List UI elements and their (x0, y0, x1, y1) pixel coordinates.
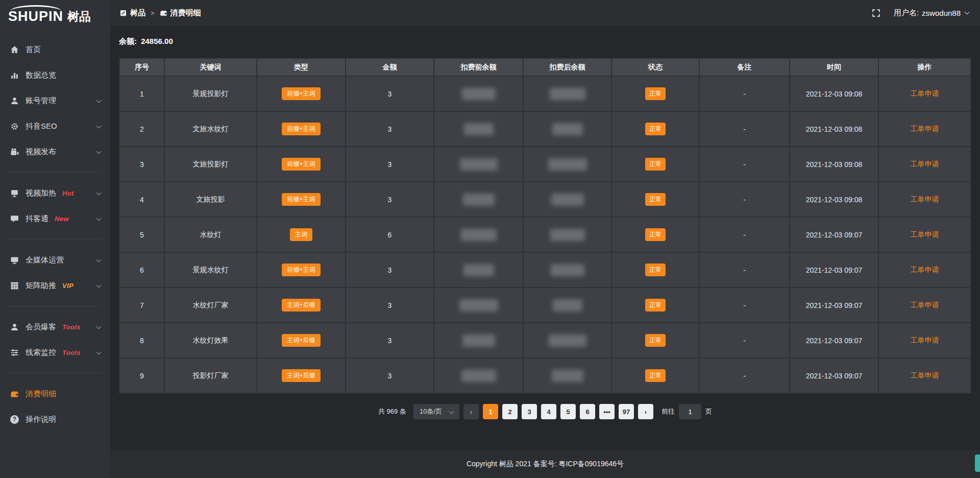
next-page-button[interactable]: › (638, 404, 653, 419)
sidebar-divider (8, 373, 102, 373)
user-menu[interactable]: 用户名: zswodun88 (894, 8, 969, 18)
work-order-link[interactable]: 工单申请 (911, 371, 939, 379)
redacted-balance-before (459, 299, 498, 312)
work-order-link[interactable]: 工单申请 (911, 125, 939, 133)
cell-action: 工单申请 (878, 182, 971, 217)
wallet-icon (160, 9, 167, 17)
chevron-down-icon (96, 124, 102, 129)
sidebar-item-matrix-boost[interactable]: 矩阵助推VIP (0, 273, 110, 298)
cell-amount: 6 (346, 217, 434, 252)
chart-icon (10, 71, 19, 80)
cell-amount: 3 (346, 76, 434, 111)
cell-type: 前缀+主词 (257, 76, 346, 111)
brand-logo[interactable]: SHUPIN 树品 (0, 0, 110, 33)
logo-text-en: SHUPIN (8, 10, 63, 23)
page-size-value: 10条/页 (420, 407, 442, 416)
sidebar-item-douyin-seo[interactable]: 抖音SEO (0, 113, 110, 139)
cell-index: 6 (119, 252, 164, 288)
floating-widget[interactable] (975, 455, 980, 472)
sidebar-item-operation-guide[interactable]: ?操作说明 (0, 407, 110, 432)
sidebar-item-home[interactable]: 首页 (0, 37, 110, 62)
goto-unit: 页 (705, 407, 712, 416)
page-button-1[interactable]: 1 (483, 404, 498, 419)
cell-action: 工单申请 (878, 147, 971, 182)
sidebar-item-account-management[interactable]: 账号管理 (0, 88, 110, 113)
cell-balance-after (523, 111, 611, 147)
table-row: 1景观投影灯前缀+主词3正常-2021-12-03 09:08工单申请 (119, 76, 971, 111)
cell-note: - (699, 76, 790, 111)
type-badge: 前缀+主词 (282, 264, 320, 276)
prev-page-button[interactable]: ‹ (463, 404, 479, 419)
balance-label: 余额: (119, 37, 137, 45)
goto-page-input[interactable] (679, 404, 701, 419)
page-button-5[interactable]: 5 (560, 404, 576, 419)
cell-balance-after (523, 323, 611, 358)
redacted-balance-after (551, 264, 584, 276)
cell-keyword: 文旅投影灯 (164, 147, 257, 182)
sidebar-item-label: 全媒体运营 (26, 255, 64, 265)
cell-balance-after (523, 182, 611, 217)
sidebar-item-label: 抖音SEO (26, 122, 57, 131)
sidebar-item-clue-monitoring[interactable]: 线索监控Tools (0, 340, 110, 365)
goto-label: 前往 (662, 407, 675, 416)
sidebar-divider (8, 306, 102, 306)
column-header-4: 扣费前余额 (434, 58, 523, 76)
cell-status: 正常 (611, 323, 699, 358)
redacted-balance-before (461, 370, 496, 382)
cell-balance-after (523, 217, 611, 252)
cell-time: 2021-12-03 09:07 (790, 252, 878, 288)
type-badge: 主词+后缀 (282, 334, 320, 346)
cell-note: - (699, 323, 790, 358)
sidebar-item-label: 操作说明 (26, 415, 56, 424)
work-order-link[interactable]: 工单申请 (911, 266, 939, 274)
sidebar-item-data-overview[interactable]: 数据总览 (0, 62, 110, 88)
work-order-link[interactable]: 工单申请 (911, 89, 939, 98)
cell-amount: 3 (346, 182, 434, 217)
table-row: 6景观水纹灯前缀+主词3正常-2021-12-03 09:07工单申请 (119, 252, 971, 288)
cell-index: 4 (119, 182, 164, 217)
table-header-row: 序号关键词类型金额扣费前余额扣费后余额状态备注时间操作 (119, 58, 971, 76)
cell-amount: 3 (346, 288, 434, 323)
sidebar-item-video-heating[interactable]: 视频加热Hot (0, 180, 110, 206)
sidebar-item-douketong[interactable]: 抖客通New (0, 206, 110, 231)
breadcrumb-shupin[interactable]: 树品 (130, 8, 145, 18)
sidebar-item-all-media-operation[interactable]: 全媒体运营 (0, 247, 110, 273)
page-size-select[interactable]: 10条/页 (413, 404, 459, 419)
cell-balance-before (434, 111, 523, 147)
cell-status: 正常 (611, 76, 699, 111)
sidebar-item-member-baoke[interactable]: 会员爆客Tools (0, 314, 110, 340)
page-ellipsis-button[interactable]: ••• (599, 404, 615, 419)
cell-amount: 3 (346, 323, 434, 358)
cell-keyword: 景观水纹灯 (164, 252, 257, 288)
work-order-link[interactable]: 工单申请 (911, 301, 939, 309)
cell-amount: 3 (346, 358, 434, 393)
page-button-4[interactable]: 4 (541, 404, 556, 419)
work-order-link[interactable]: 工单申请 (911, 336, 939, 344)
cell-action: 工单申请 (878, 288, 971, 323)
page-button-2[interactable]: 2 (502, 404, 518, 419)
status-badge: 正常 (645, 264, 666, 276)
cell-amount: 3 (346, 252, 434, 288)
fullscreen-icon[interactable] (872, 9, 880, 17)
sidebar-item-consumption-detail[interactable]: 消费明细 (0, 381, 110, 407)
cell-action: 工单申请 (878, 217, 971, 252)
redacted-balance-before (461, 229, 497, 241)
cell-time: 2021-12-03 09:07 (790, 358, 878, 393)
status-badge: 正常 (645, 299, 666, 311)
cell-balance-before (434, 182, 523, 217)
breadcrumb-consumption-detail[interactable]: 消费明细 (170, 8, 201, 18)
status-badge: 正常 (645, 193, 666, 205)
work-order-link[interactable]: 工单申请 (911, 230, 939, 238)
work-order-link[interactable]: 工单申请 (911, 160, 939, 168)
cell-time: 2021-12-03 09:08 (790, 147, 878, 182)
work-order-link[interactable]: 工单申请 (911, 195, 939, 203)
page-button-6[interactable]: 6 (580, 404, 595, 419)
sidebar-item-video-publish[interactable]: 视频发布 (0, 139, 110, 164)
page-button-3[interactable]: 3 (522, 404, 537, 419)
cell-type: 主词+后缀 (257, 323, 346, 358)
type-badge: 前缀+主词 (282, 193, 320, 205)
page-button-97[interactable]: 97 (619, 404, 634, 419)
table-row: 5水纹灯主词6正常-2021-12-03 09:07工单申请 (119, 217, 971, 252)
sidebar-item-tag: Tools (62, 349, 81, 356)
chevron-down-icon (96, 98, 102, 103)
